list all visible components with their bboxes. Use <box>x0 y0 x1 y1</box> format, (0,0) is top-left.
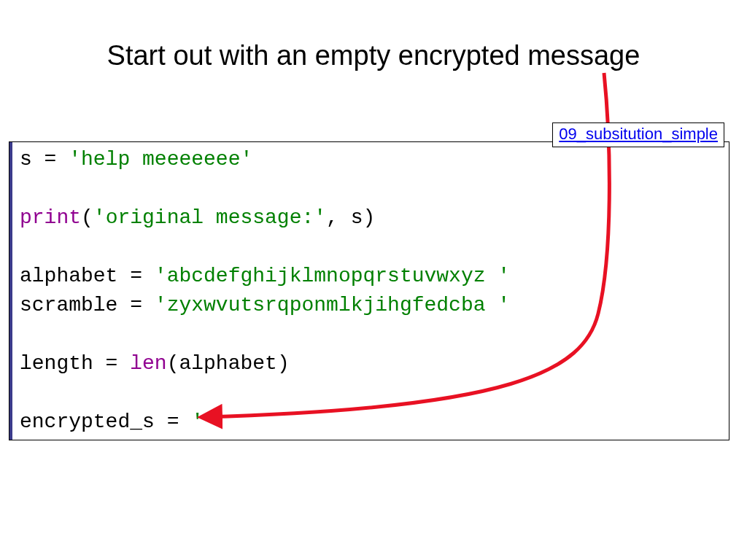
code-token: alphabet = <box>20 265 155 287</box>
code-string: 'help meeeeeee' <box>69 148 252 171</box>
code-keyword: len <box>130 352 166 375</box>
code-token: encrypted_s = <box>20 411 191 433</box>
code-token: , s) <box>326 206 375 229</box>
code-string: 'abcdefghijklmnopqrstuvwxyz ' <box>155 265 510 287</box>
slide-title: Start out with an empty encrypted messag… <box>0 40 747 71</box>
code-token: ( <box>81 206 93 229</box>
link-box: 09_subsitution_simple <box>552 122 724 147</box>
reference-link[interactable]: 09_subsitution_simple <box>559 125 718 143</box>
code-token: (alphabet) <box>167 352 290 375</box>
code-string: '' <box>191 411 216 433</box>
code-keyword: print <box>20 206 81 229</box>
code-content: s = 'help meeeeeee' print('original mess… <box>20 145 510 437</box>
code-token: s = <box>20 148 69 171</box>
code-gutter <box>9 142 12 440</box>
code-token: scramble = <box>20 294 155 316</box>
code-block: s = 'help meeeeeee' print('original mess… <box>9 141 729 440</box>
code-token: length = <box>20 352 130 375</box>
code-string: 'zyxwvutsrqponmlkjihgfedcba ' <box>155 294 510 316</box>
code-string: 'original message:' <box>93 206 326 229</box>
